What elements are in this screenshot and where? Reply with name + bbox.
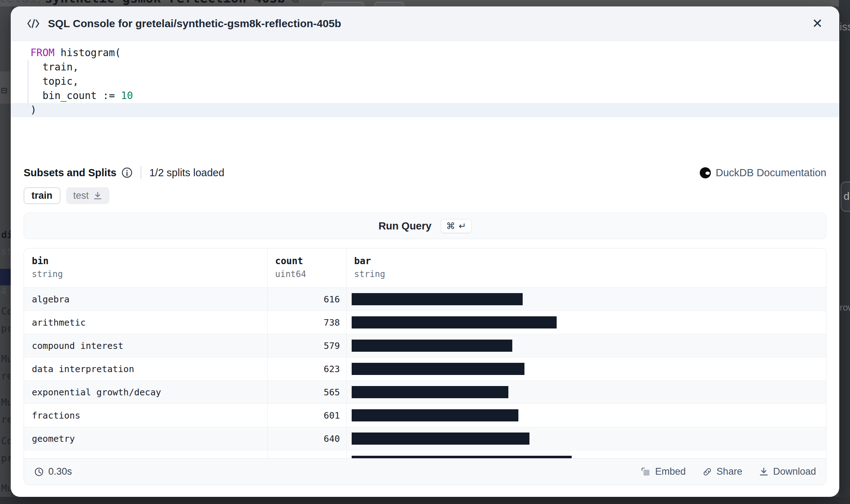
histogram-bar (352, 293, 523, 305)
results-table: bin string count uint64 bar string algeb… (24, 248, 826, 485)
table-row[interactable]: exponential growth/decay 565 (24, 381, 826, 404)
bin-cell: arithmetic (24, 317, 267, 328)
bin-cell: fractions (24, 410, 267, 421)
column-header-count[interactable]: count uint64 (267, 248, 346, 287)
table-header: bin string count uint64 bar string (24, 248, 826, 288)
bin-cell: geometry (24, 434, 267, 444)
clock-icon (34, 467, 44, 477)
count-cell: 601 (267, 410, 346, 421)
histogram-bar (352, 363, 524, 375)
sql-editor[interactable]: FROM histogram( train, topic, bin_count … (11, 41, 839, 117)
table-row[interactable]: data interpretation 623 (24, 357, 826, 381)
enter-key-icon: ↵ (459, 221, 466, 231)
sql-console-modal: SQL Console for gretelai/synthetic-gsm8k… (11, 6, 839, 497)
count-cell: 616 (267, 294, 346, 305)
embed-icon (641, 467, 651, 477)
split-test-button[interactable]: test (66, 187, 110, 204)
background-button-fragment: d (841, 182, 850, 212)
query-duration: 0.30s (34, 466, 72, 477)
split-buttons: train test (24, 187, 109, 204)
histogram-bar (352, 433, 529, 445)
info-icon[interactable] (121, 167, 133, 178)
background-dataset-title: gretelai/synthetic-gsm8k-reflection-405b… (0, 0, 299, 5)
table-row[interactable]: fractions 601 (24, 404, 826, 427)
background-dataset-name: synthetic-gsm8k-reflection-405b (45, 0, 285, 5)
column-divider (346, 248, 347, 458)
code-line[interactable]: bin_count := 10 (11, 89, 839, 103)
histogram-bar (352, 386, 508, 398)
bar-cell (346, 293, 826, 305)
download-split-icon (93, 191, 102, 201)
bin-cell: algebra (24, 294, 267, 305)
background-namespace: gretelai/ (0, 0, 45, 5)
background-button-fragment (374, 2, 404, 6)
histogram-bar (352, 316, 557, 328)
bar-cell (346, 386, 826, 398)
bin-cell: data interpretation (24, 364, 267, 374)
bin-cell: compound interest (24, 341, 267, 351)
splits-loaded-status: 1/2 splits loaded (149, 167, 224, 179)
background-right-strip: issa d row (839, 0, 850, 504)
table-body: algebra 616 arithmetic 738 compound inte… (24, 288, 826, 458)
table-row[interactable]: algebra 616 (24, 288, 826, 311)
table-row[interactable]: arithmetic 738 (24, 311, 826, 334)
column-header-bar[interactable]: bar string (346, 248, 826, 287)
histogram-bar (352, 456, 572, 458)
bin-cell: exponential growth/decay (24, 387, 267, 397)
keyboard-shortcut-badge: ⌘↵ (441, 219, 472, 233)
background-header: gretelai/synthetic-gsm8k-reflection-405b… (0, 0, 850, 6)
bar-cell (346, 363, 826, 375)
column-header-bin[interactable]: bin string (24, 248, 267, 287)
bar-cell (346, 456, 826, 458)
count-cell: 623 (267, 364, 346, 374)
background-text-fragment: row (840, 302, 850, 313)
bar-cell (346, 340, 826, 352)
code-line[interactable]: FROM histogram( (11, 46, 839, 60)
subsets-splits-heading: Subsets and Splits (24, 167, 116, 179)
code-line[interactable]: ) (11, 103, 839, 117)
close-button[interactable]: ✕ (812, 17, 823, 30)
code-line[interactable]: topic, (11, 74, 839, 89)
code-icon (27, 19, 39, 28)
page: gretelai/synthetic-gsm8k-reflection-405b… (0, 0, 850, 504)
count-cell: 640 (267, 434, 346, 444)
share-button[interactable]: Share (702, 466, 742, 477)
duckdb-logo-icon (700, 167, 711, 178)
bar-cell (346, 316, 826, 328)
download-button[interactable]: Download (759, 466, 816, 477)
histogram-bar (352, 340, 512, 352)
background-text-fragment: issa (840, 21, 850, 33)
embed-button[interactable]: Embed (641, 466, 686, 477)
bar-cell (346, 409, 826, 421)
share-link-icon (702, 467, 712, 477)
background-bottom-strip (0, 497, 850, 504)
modal-header: SQL Console for gretelai/synthetic-gsm8k… (11, 6, 839, 41)
splits-row: Subsets and Splits 1/2 splits loaded Duc… (24, 165, 826, 181)
count-cell: 579 (267, 341, 346, 351)
copy-icon: ⧉ (292, 0, 299, 5)
download-icon (759, 467, 769, 477)
divider (141, 166, 141, 179)
footer-actions: Embed Share Download (641, 466, 816, 477)
code-line[interactable]: train, (11, 60, 839, 74)
column-divider (267, 248, 268, 458)
split-train-button[interactable]: train (24, 187, 60, 204)
results-footer: 0.30s Embed S (24, 458, 826, 485)
duckdb-documentation-link[interactable]: DuckDB Documentation (700, 167, 826, 179)
table-row-partial[interactable] (24, 450, 826, 458)
run-query-button[interactable]: Run Query ⌘↵ (24, 213, 826, 239)
table-row[interactable]: geometry 640 (24, 427, 826, 450)
bar-cell (346, 433, 826, 445)
histogram-bar (352, 409, 518, 421)
modal-title: SQL Console for gretelai/synthetic-gsm8k… (48, 18, 341, 30)
indent-guide (27, 60, 29, 107)
count-cell: 738 (267, 317, 346, 328)
background-button-fragment (322, 2, 364, 6)
table-row[interactable]: compound interest 579 (24, 334, 826, 357)
background-selected-row-band (0, 269, 11, 285)
cmd-key-icon: ⌘ (446, 221, 455, 231)
count-cell: 565 (267, 387, 346, 397)
